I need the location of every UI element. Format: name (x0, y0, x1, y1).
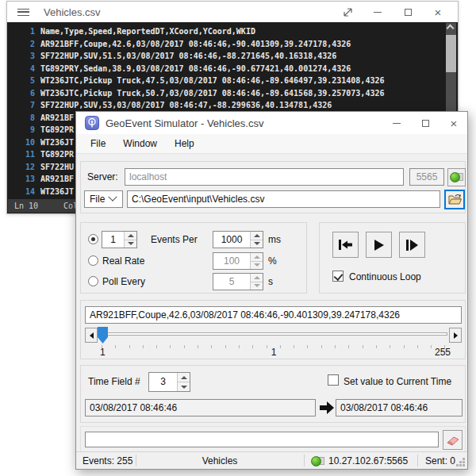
maximize-icon (422, 120, 429, 127)
editor-close-button[interactable]: × (423, 2, 453, 21)
simulator-maximize-button[interactable] (413, 113, 437, 132)
editor-minimize-button[interactable] (363, 2, 393, 21)
rewind-to-start-button[interactable] (332, 232, 359, 258)
simulator-close-button[interactable]: × (442, 113, 466, 132)
editor-window-title: Vehicles.csv (44, 6, 101, 18)
set-current-time-label: Set value to Current Time (344, 376, 451, 387)
poll-every-label: Poll Every (102, 276, 145, 287)
chevron-down-icon (108, 193, 117, 202)
time-field-spinner[interactable]: 3 (148, 372, 190, 392)
server-host-input[interactable] (125, 168, 404, 186)
slider-left-button[interactable] (85, 328, 98, 343)
editor-line: 5WT236JTC,Pickup Truck,47.5,03/08/2017 0… (8, 75, 457, 87)
spin-up-icon (251, 274, 263, 282)
simulator-titlebar: GeoEvent Simulator - Vehicles.csv × (76, 112, 467, 134)
poll-every-radio[interactable] (88, 276, 98, 286)
right-arrow-icon (454, 332, 458, 339)
editor-line: 3SF722HUP,SUV,51.5,03/08/2017 08:46:46,-… (8, 50, 457, 63)
file-path-input[interactable] (127, 190, 440, 208)
log-message-input[interactable] (85, 432, 439, 447)
source-type-value: File (85, 194, 109, 205)
editor-maximize-button[interactable] (393, 2, 423, 21)
editor-titlebar: Vehicles.csv × (7, 2, 458, 22)
maximize-icon (405, 9, 412, 16)
real-rate-label: Real Rate (102, 255, 144, 267)
geoevent-simulator-window: GeoEvent Simulator - Vehicles.csv × File… (75, 111, 468, 470)
feed-name-status: Vehicles (136, 455, 304, 466)
seconds-unit-label: s (268, 276, 273, 287)
eraser-icon (446, 435, 459, 446)
browse-file-button[interactable] (444, 190, 465, 209)
slider-right-button[interactable] (449, 328, 462, 343)
spin-up-icon[interactable] (178, 373, 190, 382)
resize-grip[interactable] (463, 464, 465, 466)
time-panel: Time Field # 3 Set value to Current Time (80, 365, 466, 423)
status-divider (304, 455, 305, 466)
events-count-spinner[interactable]: 1 (102, 231, 137, 248)
current-event-input[interactable] (85, 306, 462, 324)
time-to-input[interactable] (336, 399, 463, 416)
diagonal-expand-icon (343, 7, 353, 17)
editor-line: 2AR921BFF,Coupe,42.6,03/08/2017 08:46:46… (8, 38, 457, 51)
connect-button[interactable] (447, 168, 466, 186)
real-rate-spinner: 100 (213, 252, 263, 270)
continuous-loop-label: Continuous Loop (349, 271, 421, 282)
spin-down-icon[interactable] (178, 382, 190, 391)
status-divider (417, 455, 418, 466)
endpoint-status: 10.27.102.67:5565 (328, 455, 408, 466)
menu-window[interactable]: Window (114, 134, 166, 154)
percent-unit-label: % (268, 255, 277, 267)
spin-up-icon[interactable] (125, 232, 136, 240)
open-folder-icon (448, 194, 462, 205)
events-count-status: Events: 255 (83, 455, 132, 466)
skip-to-start-icon (338, 239, 353, 251)
clear-log-button[interactable] (443, 430, 463, 450)
continuous-loop-checkbox[interactable] (332, 271, 344, 282)
spin-down-icon[interactable] (125, 240, 136, 248)
simulator-window-title: GeoEvent Simulator - Vehicles.csv (106, 117, 263, 129)
editor-line: 4TG892PRY,Sedan,38.9,03/08/2017 08:46:46… (8, 63, 457, 75)
editor-line: 7SF722HUP,SUV,53,03/08/2017 08:46:47,-88… (8, 99, 457, 112)
events-per-label: Events Per (151, 234, 198, 245)
ms-unit-label: ms (268, 234, 281, 245)
menu-file[interactable]: File (82, 134, 114, 154)
geoevent-app-icon (85, 116, 99, 130)
play-button[interactable] (366, 232, 392, 258)
events-interval-spinner[interactable]: 1000 (213, 231, 263, 248)
spin-down-icon[interactable] (251, 240, 263, 248)
close-icon: × (451, 117, 458, 129)
sent-count-status: Sent: 0 (425, 455, 455, 466)
playback-panel: Continuous Loop (319, 222, 466, 294)
poll-every-spinner: 5 (213, 273, 263, 290)
event-slider-thumb[interactable] (98, 327, 108, 344)
set-current-time-checkbox[interactable] (328, 374, 339, 386)
scroll-up-icon[interactable] (447, 25, 455, 33)
close-icon: × (435, 6, 442, 18)
minimize-icon (393, 123, 401, 124)
server-port-input[interactable] (409, 168, 444, 186)
simulator-menubar: File Window Help (76, 134, 467, 154)
editor-line-indicator: Ln 10 (14, 199, 38, 213)
menu-hamburger-icon[interactable] (17, 9, 29, 16)
simulator-status-bar: Events: 255 Vehicles 10.27.102.67:5565 S… (76, 451, 467, 469)
real-rate-radio[interactable] (88, 255, 98, 266)
rate-panel: 1 Events Per 1000 ms Real Rate 100 % Pol… (80, 222, 307, 294)
play-icon (373, 239, 385, 251)
step-button[interactable] (399, 232, 425, 258)
slider-max-label: 255 (435, 347, 451, 358)
arrow-right-icon (320, 401, 334, 414)
events-per-radio[interactable] (88, 234, 98, 244)
time-from-input[interactable] (85, 399, 316, 416)
editor-expand-button[interactable] (332, 2, 363, 21)
minimize-icon (374, 12, 382, 13)
spin-up-icon[interactable] (251, 232, 263, 240)
simulator-minimize-button[interactable] (385, 113, 409, 132)
editor-line: 6WT236JTC,Pickup Truck,50.7,03/08/2017 0… (8, 87, 457, 100)
source-type-dropdown[interactable]: File (84, 190, 123, 208)
menu-help[interactable]: Help (166, 134, 203, 154)
endpoint-status-icon (311, 455, 324, 467)
event-slider-track[interactable] (100, 332, 447, 336)
spin-down-icon (251, 282, 263, 290)
left-arrow-icon (90, 332, 94, 339)
scrollbar-thumb[interactable] (446, 35, 456, 72)
